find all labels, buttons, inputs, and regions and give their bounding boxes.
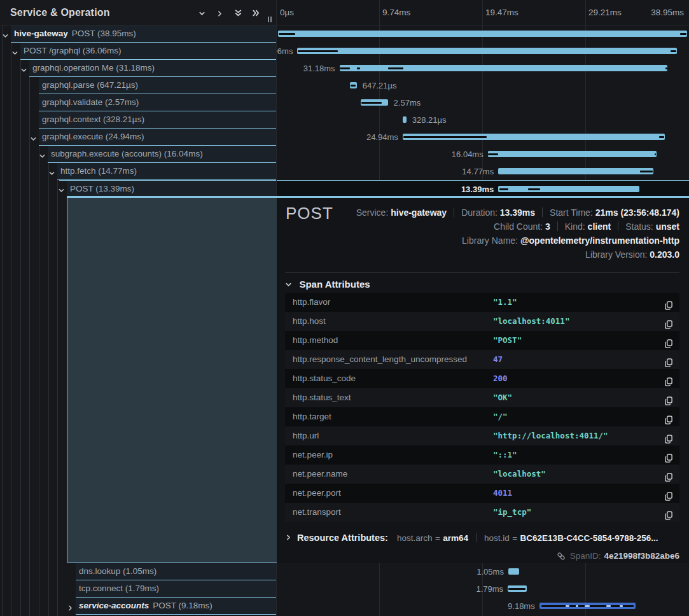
attribute-key: http.response_content_length_uncompresse… xyxy=(293,350,467,369)
span-tree-row[interactable]: http.fetch (14.77ms) xyxy=(0,163,277,180)
attribute-row: http.url"http://localhost:4011/" xyxy=(285,426,679,445)
span-bar-row[interactable]: 9.18ms xyxy=(277,598,689,615)
span-bar[interactable] xyxy=(403,134,665,140)
span-bar[interactable] xyxy=(340,65,668,71)
copy-icon[interactable] xyxy=(664,297,674,307)
chevron-down-icon[interactable] xyxy=(2,31,9,38)
attribute-row: http.response_content_length_uncompresse… xyxy=(285,350,679,369)
copy-icon[interactable] xyxy=(664,412,674,422)
span-tree-row[interactable]: graphql.context (328.21µs) xyxy=(0,111,277,129)
span-bar[interactable] xyxy=(508,585,527,592)
copy-icon[interactable] xyxy=(664,488,674,498)
span-tree-row[interactable]: POST (13.39ms) xyxy=(0,180,277,197)
link-icon[interactable] xyxy=(557,550,566,561)
resource-attributes-heading: Resource Attributes: xyxy=(297,533,388,543)
copy-icon[interactable] xyxy=(664,507,674,517)
span-bar-row[interactable]: 1.05ms xyxy=(277,563,689,580)
copy-icon[interactable] xyxy=(664,374,674,384)
span-attributes-header[interactable]: Span Attributes xyxy=(285,278,370,291)
span-bar-row[interactable]: 24.94ms xyxy=(277,129,689,146)
resource-attributes-row[interactable]: Resource Attributes:host.arch = arm64hos… xyxy=(285,530,658,545)
span-tree-row[interactable]: tcp.connect (1.79ms) xyxy=(0,580,277,598)
attribute-key: http.status_text xyxy=(293,388,351,407)
span-op-label: subgraph.execute (accounts) (16.04ms) xyxy=(51,149,203,158)
span-bar[interactable] xyxy=(498,186,639,192)
span-bar[interactable] xyxy=(539,603,636,609)
span-service: hive-gateway xyxy=(14,29,68,38)
detail-divider xyxy=(285,272,679,273)
span-tree-row[interactable]: graphql.operation Me (31.18ms) xyxy=(0,60,277,77)
resource-key: host.id xyxy=(484,533,510,543)
span-bar[interactable] xyxy=(508,568,519,575)
span-bar-row[interactable]: 14.77ms xyxy=(277,163,689,180)
span-bar[interactable] xyxy=(361,99,388,106)
attribute-row: net.transport"ip_tcp" xyxy=(285,503,679,522)
span-tree-row[interactable]: graphql.parse (647.21µs) xyxy=(0,77,277,94)
span-bar-row[interactable]: 647.21µs xyxy=(277,77,689,94)
span-bar-row[interactable]: 31.18ms xyxy=(277,60,689,77)
chevron-down-icon[interactable] xyxy=(30,134,37,141)
chevron-down-icon[interactable] xyxy=(11,48,18,55)
copy-icon[interactable] xyxy=(664,316,674,326)
attribute-value: "localhost:4011" xyxy=(493,312,569,331)
span-bar[interactable] xyxy=(297,48,676,54)
span-bar-row[interactable]: 2.57ms xyxy=(277,94,689,111)
copy-icon[interactable] xyxy=(664,354,674,365)
ruler-tick: 0µs xyxy=(280,0,294,25)
copy-icon[interactable] xyxy=(664,393,674,403)
attribute-key: net.transport xyxy=(293,503,341,522)
span-bar-row[interactable]: 328.21µs xyxy=(277,111,689,129)
detail-overview: Service: hive-gatewayDuration: 13.39msSt… xyxy=(356,206,679,262)
collapse-one-icon[interactable] xyxy=(198,8,207,17)
span-tree-row[interactable]: subgraph.execute (accounts) (16.04ms) xyxy=(0,146,277,163)
tree-header-title: Service & Operation xyxy=(10,0,110,25)
span-bar[interactable] xyxy=(403,116,406,123)
overview-line: Library Name: @opentelemetry/instrumenta… xyxy=(356,234,679,248)
span-bar-row[interactable]: 16.04ms xyxy=(277,146,689,163)
attribute-row: http.flavor"1.1" xyxy=(285,293,679,312)
span-bar-row[interactable]: 36.06ms xyxy=(277,43,689,60)
chevron-down-icon[interactable] xyxy=(48,168,55,175)
chevron-down-icon[interactable] xyxy=(39,151,46,158)
chevron-down-icon[interactable] xyxy=(20,65,27,72)
span-bar[interactable] xyxy=(498,168,653,174)
span-tree-row[interactable]: POST /graphql (36.06ms) xyxy=(0,43,277,60)
span-op-label: http.fetch (14.77ms) xyxy=(60,166,137,176)
panel-resize-handle[interactable] xyxy=(268,17,274,23)
copy-icon[interactable] xyxy=(664,431,674,441)
span-duration-label: 24.94ms xyxy=(366,129,398,146)
span-tree-row[interactable]: dns.lookup (1.05ms) xyxy=(0,563,277,580)
expand-all-icon[interactable] xyxy=(252,8,261,17)
span-tree-row[interactable]: service-accountsPOST (9.18ms) xyxy=(0,598,277,615)
attribute-value: "::1" xyxy=(493,445,517,465)
span-tree-row[interactable]: graphql.execute (24.94ms) xyxy=(0,129,277,146)
copy-icon[interactable] xyxy=(664,335,674,346)
ruler-tick: 29.21ms xyxy=(588,0,622,25)
span-bar-row[interactable]: 1.79ms xyxy=(277,580,689,598)
span-bar-row[interactable]: 13.39ms xyxy=(277,180,689,197)
span-id-row: SpanID:4e21998f3b82abe6 xyxy=(557,549,679,563)
span-tree-row[interactable]: graphql.validate (2.57ms) xyxy=(0,94,277,111)
attribute-key: http.status_code xyxy=(293,369,356,388)
expand-one-icon[interactable] xyxy=(216,8,225,17)
ruler-tick: 9.74ms xyxy=(382,0,410,25)
attribute-value: "http://localhost:4011/" xyxy=(493,426,608,445)
span-bar[interactable] xyxy=(350,82,357,88)
span-op-label: graphql.context (328.21µs) xyxy=(42,115,144,124)
detail-left-fill xyxy=(67,198,277,563)
span-bar[interactable] xyxy=(488,151,657,157)
span-bar[interactable] xyxy=(278,31,687,37)
copy-icon[interactable] xyxy=(664,450,674,460)
chevron-right-icon[interactable] xyxy=(67,603,74,610)
span-bar-row[interactable]: 38.95ms xyxy=(277,25,689,43)
chevron-down-icon[interactable] xyxy=(58,185,65,192)
span-tree-row[interactable]: hive-gatewayPOST (38.95ms) xyxy=(0,25,277,43)
copy-icon[interactable] xyxy=(664,469,674,479)
span-duration-label: 1.79ms xyxy=(476,580,503,598)
span-op-label: graphql.parse (647.21µs) xyxy=(42,80,138,90)
resource-value: BC62E13B-C4CC-5854-9788-256... xyxy=(520,533,658,543)
span-duration-label: 16.04ms xyxy=(452,146,484,163)
span-duration-label: 31.18ms xyxy=(303,60,335,77)
span-service: service-accounts xyxy=(79,601,149,610)
collapse-all-icon[interactable] xyxy=(234,8,243,17)
